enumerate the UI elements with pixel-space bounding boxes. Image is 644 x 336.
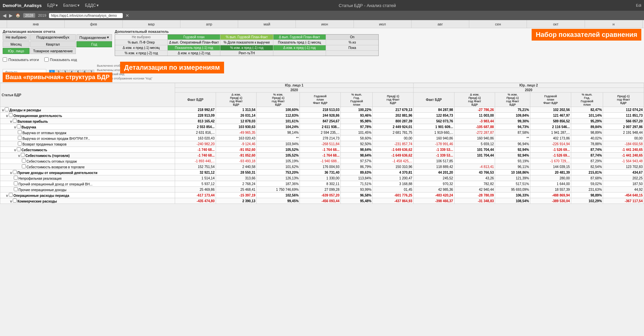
data-cell: 517,51% [495, 181, 530, 187]
col-opt-god[interactable]: Год [76, 41, 112, 47]
data-cell: 215,81% [571, 170, 603, 175]
row-checkbox[interactable] [13, 199, 17, 203]
month-avg[interactable]: авг [412, 20, 469, 28]
data-cell: 82,54% [571, 164, 603, 170]
data-cell: 87,74% [571, 153, 603, 158]
row-checkbox[interactable] [22, 164, 26, 168]
show-totals-label[interactable]: Показывать итоги [3, 57, 39, 62]
month-iul[interactable]: июл [354, 20, 412, 28]
ind-pct-iz[interactable]: % из [326, 40, 378, 45]
ind-on[interactable]: On [326, 35, 378, 40]
ind-pred-y1[interactable]: Показатель пред (-1) год [168, 45, 220, 50]
row-checkbox[interactable] [9, 193, 13, 197]
month-fev[interactable]: фев [65, 20, 122, 28]
col-opt-podrazbuh[interactable]: ПодразделениеБух [30, 34, 76, 41]
nav-home[interactable]: 🏠 [15, 13, 20, 18]
row-checkbox[interactable] [13, 119, 17, 123]
data-cell: 2 007 297,86 [603, 124, 644, 130]
col-fact-e1: Факт БДР [175, 93, 216, 107]
nav-bdr[interactable]: БДР ▾ [47, 3, 58, 8]
col-prev-e1: Пред(-1)год ФактБДР [373, 93, 414, 107]
ind-delta-y2[interactable]: Δ изм. к пред (-2) год [168, 51, 220, 56]
data-cell: 59,02% [571, 181, 603, 187]
expand-icon[interactable]: ∨ [10, 200, 12, 203]
col-opt-ne-vybrano[interactable]: Не выбрано [3, 34, 30, 41]
row-label-text: Себестоимость возвратов в торговле [26, 165, 85, 169]
ind-pct-y1[interactable]: % изм. к пред (-1) год [220, 45, 273, 50]
row-checkbox[interactable] [18, 142, 22, 146]
row-checkbox[interactable] [14, 181, 18, 185]
data-cell: 150 310,96 [373, 164, 414, 170]
show-totals-checkbox[interactable] [3, 57, 7, 62]
row-checkbox[interactable] [13, 170, 17, 174]
month-n[interactable]: н [585, 20, 643, 28]
data-cell: 2 449 924,01 [373, 124, 414, 130]
data-cell: 112,83% [257, 113, 300, 118]
expand-icon[interactable]: ∨ [10, 171, 12, 175]
month-sen[interactable]: сен [469, 20, 527, 28]
row-checkbox[interactable] [14, 187, 18, 191]
row-checkbox[interactable] [18, 130, 22, 134]
col-opt-kvartal[interactable]: Квартал [30, 41, 76, 47]
close-btn[interactable]: ✕ [125, 13, 129, 18]
ind-pct-vip[interactable]: % вып. Годовой План-Факт [220, 35, 273, 40]
ind-ne-vybrano[interactable]: Не выбрано [115, 35, 167, 40]
data-cell: 278 214,73 [300, 135, 341, 141]
col-opt-yur-lico[interactable]: Юр. лицо [3, 48, 30, 54]
col-opt-tovar[interactable]: Товарное направление [30, 48, 76, 54]
col-pct-plan-e2: % вып.Год.Годовойплан [571, 93, 603, 107]
expand-icon[interactable]: ∨ [18, 154, 20, 158]
row-checkbox[interactable] [5, 107, 9, 111]
data-cell: 202 881,96 [373, 113, 414, 118]
app-name[interactable]: DemoFin_Analisys [3, 3, 42, 8]
ind-pf-oper[interactable]: % вып. П-Ф Опер [115, 40, 167, 45]
ind-delta-y1[interactable]: Δ изм. к пред (-1) год [273, 45, 326, 50]
month-iun[interactable]: июн [296, 20, 354, 28]
url-bar[interactable]: https://app1.infovizion.ru/finansalysys_… [49, 13, 123, 18]
row-checkbox[interactable] [22, 159, 26, 163]
nav-back[interactable]: ◀ [3, 13, 6, 18]
expand-icon[interactable]: ∨ [6, 194, 8, 198]
show-code-label[interactable]: Показывать код [44, 57, 77, 62]
col-opt-mesyac[interactable]: Месяц [3, 41, 30, 47]
row-checkbox[interactable] [17, 124, 21, 128]
data-cell: -184 650,58 [603, 141, 644, 147]
ind-delta-vip[interactable]: Δ вып. Годовой План-Факт [273, 35, 326, 40]
nav-forward[interactable]: ▶ [9, 13, 13, 18]
data-cell: -435 474,80 [175, 198, 216, 204]
ind-poka[interactable]: Пока [326, 45, 378, 50]
show-code-checkbox[interactable] [44, 57, 49, 62]
ind-pred-m1[interactable]: Показатель пред (-1) месяц [273, 40, 326, 45]
ind-delta-oper[interactable]: Δ вып. Оперативный План-Факт [168, 40, 220, 45]
data-cell: -367 117,54 [603, 198, 644, 204]
row-checkbox[interactable] [14, 176, 18, 180]
month-yan[interactable]: янв [7, 20, 65, 28]
expand-icon[interactable]: ∨ [14, 125, 16, 129]
ind-dolya[interactable]: % Доля показателя к выручке [220, 40, 273, 45]
row-checkbox[interactable] [17, 147, 21, 151]
month-apr[interactable]: апр [180, 20, 238, 28]
data-cell: 58,60% [340, 135, 373, 141]
expand-icon[interactable]: ∨ [6, 114, 8, 118]
row-checkbox[interactable] [21, 153, 25, 157]
expand-icon[interactable]: ∨ [10, 120, 12, 123]
data-cell: 2 631 816,... [175, 130, 216, 135]
ind-god-plan[interactable]: Годовой план [168, 35, 220, 40]
data-cell: 106,33% [495, 192, 530, 198]
ind-delta-m1[interactable]: Δ изм. к пред (-1) месяц [115, 45, 167, 50]
data-cell: 1 901 609... [414, 124, 454, 130]
ind-pct-y2[interactable]: % изм. к пред (-2) год [115, 51, 167, 56]
nav-bdds[interactable]: БДДС ▾ [85, 3, 99, 8]
data-cell: 87,74% [571, 147, 603, 153]
col-opt-podraz[interactable]: Подразделение ▾ [76, 34, 112, 41]
ind-rent[interactable]: Рент-тьТН [220, 51, 273, 56]
month-may[interactable]: май [238, 20, 296, 28]
month-mar[interactable]: мар [123, 20, 180, 28]
month-oct[interactable]: окт [527, 20, 585, 28]
data-cell: 2 390,13 [216, 198, 257, 204]
expand-icon[interactable]: ∨ [14, 148, 16, 152]
expand-icon[interactable]: ∨ [2, 108, 4, 112]
row-checkbox[interactable] [18, 136, 22, 140]
row-checkbox[interactable] [9, 113, 13, 117]
nav-balance[interactable]: Баланс ▾ [63, 3, 79, 8]
